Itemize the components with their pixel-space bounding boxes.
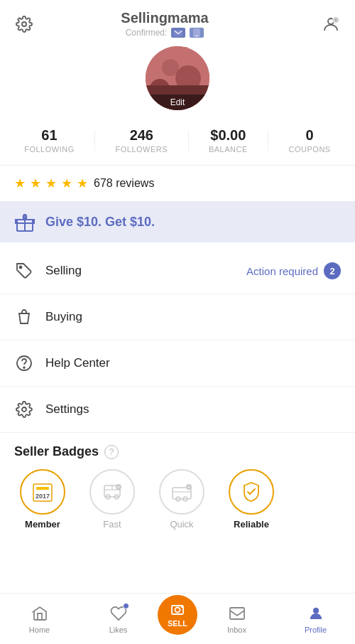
fast-badge-label: Fast	[103, 519, 121, 530]
svg-rect-31	[230, 608, 244, 619]
reliable-badge-icon	[229, 469, 274, 515]
nav-profile-label: Profile	[305, 626, 327, 634]
svg-rect-3	[195, 36, 198, 36]
avatar-edit-label: Edit	[146, 95, 209, 110]
stat-following[interactable]: 61 FOLLOWING	[24, 127, 75, 154]
svg-point-13	[20, 267, 22, 269]
badge-member: 2017 Member	[14, 469, 71, 530]
star-4: ★	[61, 176, 72, 191]
seller-badges-title-row: Seller Badges ?	[14, 444, 341, 459]
confirmed-text: Confirmed:	[126, 28, 168, 38]
buying-label: Buying	[45, 310, 341, 324]
member-badge-icon: 2017	[20, 469, 65, 515]
give-get-text: Give $10. Get $10.	[45, 215, 155, 230]
badge-quick: Quick	[153, 469, 210, 530]
tag-icon	[14, 261, 34, 281]
header-confirmed: Confirmed:	[126, 28, 204, 38]
nav-likes[interactable]: Likes	[79, 604, 158, 634]
following-label: FOLLOWING	[24, 145, 75, 154]
avatar-section: Edit	[0, 46, 355, 110]
give-get-banner[interactable]: Give $10. Get $10.	[0, 201, 355, 242]
seller-badges-section: Seller Badges ? 2017 Member	[0, 433, 355, 535]
inbox-icon	[228, 604, 246, 623]
reviews-row[interactable]: ★ ★ ★ ★ ★ 678 reviews	[0, 166, 355, 201]
member-badge-label: Member	[25, 519, 60, 530]
following-count: 61	[41, 127, 57, 144]
quick-badge-label: Quick	[170, 519, 193, 530]
nav-inbox[interactable]: Inbox	[197, 604, 276, 634]
heart-icon	[109, 604, 128, 623]
nav-likes-label: Likes	[109, 626, 128, 634]
stat-divider-1	[94, 130, 95, 151]
svg-point-16	[22, 407, 26, 412]
balance-label: BALANCE	[209, 145, 248, 154]
gift-icon	[14, 211, 36, 232]
fast-badge-icon	[89, 469, 135, 515]
home-icon	[31, 604, 49, 623]
star-5: ★	[77, 176, 88, 191]
nav-inbox-label: Inbox	[227, 626, 246, 634]
profile-nav-icon	[307, 604, 325, 623]
sell-button[interactable]: SELL	[158, 595, 197, 635]
svg-rect-1	[174, 30, 182, 36]
action-badge: 2	[324, 262, 341, 279]
menu-item-buying[interactable]: Buying	[0, 294, 355, 340]
sell-button-label: SELL	[168, 619, 187, 628]
help-circle-icon	[14, 353, 34, 373]
header-center: Sellingmama Confirmed:	[11, 10, 318, 38]
balance-count: $0.00	[210, 127, 246, 144]
svg-point-15	[23, 367, 25, 368]
menu-item-help[interactable]: Help Center	[0, 340, 355, 387]
bottom-nav: Home Likes SELL Inbox	[0, 593, 355, 644]
stat-balance[interactable]: $0.00 BALANCE	[209, 127, 248, 154]
followers-count: 246	[130, 127, 153, 144]
badges-row: 2017 Member Fast	[14, 469, 341, 530]
header: Sellingmama Confirmed:	[0, 0, 355, 43]
coupons-label: COUPONS	[289, 145, 331, 154]
likes-notification-dot	[123, 603, 129, 609]
profile-icon-button[interactable]	[318, 11, 344, 37]
menu-item-selling[interactable]: Selling Action required 2	[0, 248, 355, 294]
stat-coupons[interactable]: 0 COUPONS	[289, 127, 331, 154]
seller-badges-title: Seller Badges	[14, 444, 99, 459]
phone-icon	[190, 28, 204, 38]
quick-badge-icon	[159, 469, 204, 515]
settings-icon	[14, 399, 34, 419]
reliable-badge-label: Reliable	[234, 519, 269, 530]
followers-label: FOLLOWERS	[116, 145, 168, 154]
star-2: ★	[30, 176, 41, 191]
help-center-label: Help Center	[45, 356, 341, 370]
stat-divider-3	[268, 130, 268, 151]
bag-icon	[14, 307, 34, 327]
settings-label: Settings	[45, 402, 341, 417]
selling-right: Action required 2	[246, 262, 341, 279]
svg-point-30	[181, 606, 182, 607]
avatar[interactable]: Edit	[146, 46, 209, 110]
nav-home[interactable]: Home	[0, 604, 79, 634]
svg-rect-18	[36, 487, 49, 490]
badge-reliable: Reliable	[223, 469, 280, 530]
star-3: ★	[45, 176, 57, 191]
svg-text:2017: 2017	[36, 493, 50, 500]
star-1: ★	[14, 176, 26, 191]
email-icon	[171, 28, 185, 38]
stat-divider-2	[188, 130, 189, 151]
selling-label: Selling	[45, 264, 235, 278]
seller-badges-help-icon[interactable]: ?	[104, 445, 119, 459]
stats-row: 61 FOLLOWING 246 FOLLOWERS $0.00 BALANCE…	[0, 122, 355, 166]
nav-home-label: Home	[29, 626, 50, 634]
header-username: Sellingmama	[121, 10, 208, 26]
coupons-count: 0	[306, 127, 314, 144]
stat-followers[interactable]: 246 FOLLOWERS	[116, 127, 168, 154]
nav-profile[interactable]: Profile	[276, 604, 355, 634]
badge-fast: Fast	[84, 469, 141, 530]
nav-sell[interactable]: SELL	[158, 603, 197, 635]
reviews-count: 678 reviews	[94, 177, 154, 190]
svg-point-32	[313, 608, 319, 613]
svg-point-29	[175, 607, 180, 612]
menu-item-settings[interactable]: Settings	[0, 387, 355, 433]
action-required-text: Action required	[246, 265, 318, 277]
